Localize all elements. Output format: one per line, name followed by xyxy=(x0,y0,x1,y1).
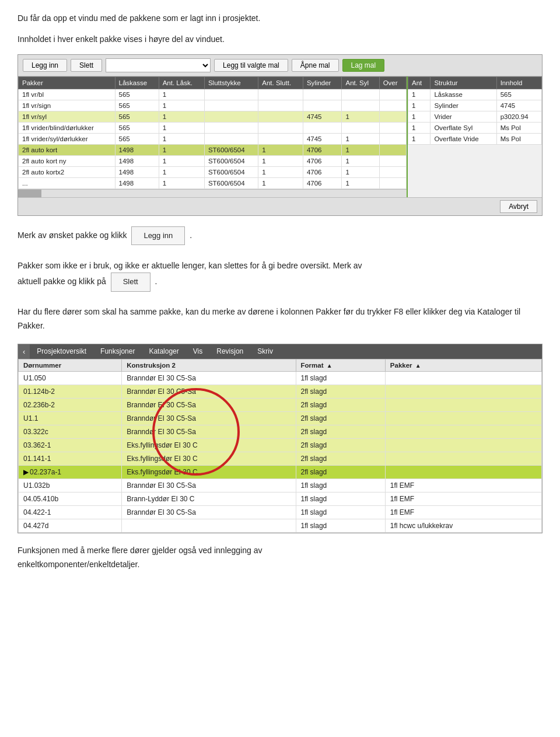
table-cell[interactable] xyxy=(385,398,541,411)
legg-til-valgte-mal-button[interactable]: Legg til valgte mal xyxy=(214,59,288,72)
table-cell[interactable]: Branndør EI 30 C5-Sa xyxy=(122,478,296,492)
table-cell[interactable]: 1fl EMF xyxy=(385,478,541,492)
table-cell[interactable] xyxy=(258,111,303,122)
table-cell[interactable]: 4745 xyxy=(303,111,342,122)
table-cell[interactable] xyxy=(204,111,258,122)
table-cell[interactable]: 2fl slagd xyxy=(296,438,385,452)
table-cell[interactable]: 1fl hcwc u/lukkekrav xyxy=(385,519,541,532)
apne-mal-button[interactable]: Åpne mal xyxy=(292,59,339,72)
mal-select[interactable] xyxy=(106,58,211,72)
table-cell[interactable]: 1fl EMF xyxy=(385,505,541,519)
table-cell[interactable]: 565 xyxy=(115,122,159,133)
table-cell[interactable] xyxy=(379,177,406,188)
table-cell[interactable]: U1.1 xyxy=(19,411,122,425)
horizontal-scrollbar[interactable] xyxy=(18,189,407,197)
table-cell[interactable]: 2fl auto kort ny xyxy=(19,155,116,166)
table-cell[interactable] xyxy=(258,133,303,144)
table-cell[interactable]: 1fl vrider/syl/dørlukker xyxy=(19,133,116,144)
table-cell[interactable]: Branndør EI 30 C5-Sa xyxy=(122,371,296,385)
table-cell[interactable] xyxy=(342,100,379,111)
table-cell[interactable]: 1498 xyxy=(115,166,159,177)
table-cell[interactable]: 1 xyxy=(342,177,379,188)
table-cell[interactable]: ST600/6504 xyxy=(204,144,258,155)
table-cell[interactable]: Branndør EI 30 C5-Sa xyxy=(122,385,296,398)
table-cell[interactable] xyxy=(379,144,406,155)
table-cell[interactable] xyxy=(303,89,342,100)
table-cell[interactable]: Eks.fyllingsdør EI 30 C xyxy=(122,465,296,478)
table-cell[interactable]: 02.236b-2 xyxy=(19,398,122,411)
table-cell[interactable]: 1 xyxy=(159,177,204,188)
table-cell[interactable]: 1 xyxy=(159,89,204,100)
table-cell[interactable]: ST600/6504 xyxy=(204,177,258,188)
table-cell[interactable]: 1fl slagd xyxy=(296,492,385,505)
table-cell[interactable] xyxy=(385,411,541,425)
table-cell[interactable]: ... xyxy=(19,177,116,188)
table-cell[interactable]: 1fl slagd xyxy=(296,478,385,492)
table-cell[interactable]: 01.141-1 xyxy=(19,452,122,465)
table-cell[interactable]: 1 xyxy=(258,177,303,188)
table-cell[interactable]: 2fl slagd xyxy=(296,425,385,438)
nav-prosjektoversikt[interactable]: Prosjektoversikt xyxy=(30,344,93,358)
table-cell[interactable]: 1 xyxy=(159,100,204,111)
table-cell[interactable]: 1 xyxy=(159,166,204,177)
table-cell[interactable]: 1fl vr/sign xyxy=(19,100,116,111)
table-cell[interactable]: 4745 xyxy=(303,133,342,144)
table-cell[interactable]: 4706 xyxy=(303,166,342,177)
table-cell[interactable]: 1 xyxy=(258,155,303,166)
table-cell[interactable]: 1 xyxy=(159,144,204,155)
table-cell[interactable] xyxy=(204,89,258,100)
table-cell[interactable] xyxy=(303,100,342,111)
table-cell[interactable]: Branndør EI 30 C5-Sa xyxy=(122,505,296,519)
inline-slett-button[interactable]: Slett xyxy=(111,273,150,291)
table-cell[interactable]: 4706 xyxy=(303,144,342,155)
table-cell[interactable]: 03.322c xyxy=(19,425,122,438)
table-cell[interactable]: 2fl slagd xyxy=(296,385,385,398)
avbryt-button[interactable]: Avbryt xyxy=(500,200,537,213)
table-cell[interactable]: 1 xyxy=(258,144,303,155)
legg-inn-button[interactable]: Legg inn xyxy=(23,59,67,72)
table-cell[interactable]: Branndør EI 30 C5-Sa xyxy=(122,411,296,425)
table-cell[interactable]: 2fl slagd xyxy=(296,398,385,411)
nav-funksjoner[interactable]: Funksjoner xyxy=(93,344,142,358)
slett-button[interactable]: Slett xyxy=(71,59,102,72)
table-cell[interactable] xyxy=(379,111,406,122)
inline-legg-inn-button[interactable]: Legg inn xyxy=(131,226,185,245)
table-cell[interactable]: 1 xyxy=(159,155,204,166)
table-cell[interactable]: Brann-Lyddør EI 30 C xyxy=(122,492,296,505)
table-cell[interactable] xyxy=(379,155,406,166)
table-cell[interactable]: ST600/6504 xyxy=(204,155,258,166)
table-cell[interactable]: ST600/6504 xyxy=(204,166,258,177)
table-cell[interactable]: 1 xyxy=(159,133,204,144)
table-cell[interactable] xyxy=(385,425,541,438)
table-cell[interactable] xyxy=(303,122,342,133)
table-cell[interactable] xyxy=(379,122,406,133)
table-cell[interactable]: U1.050 xyxy=(19,371,122,385)
table-cell[interactable]: 04.422-1 xyxy=(19,505,122,519)
table-cell[interactable]: 565 xyxy=(115,133,159,144)
table-cell[interactable] xyxy=(258,89,303,100)
nav-skriv[interactable]: Skriv xyxy=(250,344,280,358)
table-cell[interactable]: 1 xyxy=(258,166,303,177)
table-cell[interactable]: 1498 xyxy=(115,144,159,155)
table-cell[interactable]: 04.427d xyxy=(19,519,122,532)
nav-back-arrow[interactable]: ‹ xyxy=(18,344,30,359)
lag-mal-button[interactable]: Lag mal xyxy=(342,59,385,72)
table-cell[interactable]: 1fl vr/syl xyxy=(19,111,116,122)
table-cell[interactable]: 2fl auto kortx2 xyxy=(19,166,116,177)
table-cell[interactable] xyxy=(204,100,258,111)
table-cell[interactable]: 1fl slagd xyxy=(296,505,385,519)
table-cell[interactable]: 1 xyxy=(159,122,204,133)
table-cell[interactable]: 1fl EMF xyxy=(385,492,541,505)
table-cell[interactable] xyxy=(342,89,379,100)
table-cell[interactable]: 565 xyxy=(115,111,159,122)
table-cell[interactable] xyxy=(385,452,541,465)
nav-vis[interactable]: Vis xyxy=(186,344,209,358)
table-cell[interactable]: 565 xyxy=(115,89,159,100)
table-cell[interactable]: 1498 xyxy=(115,155,159,166)
table-cell[interactable]: 2fl slagd xyxy=(296,465,385,478)
nav-revisjon[interactable]: Revisjon xyxy=(209,344,250,358)
table-cell[interactable] xyxy=(379,100,406,111)
table-cell[interactable] xyxy=(385,371,541,385)
table-cell[interactable]: 2fl slagd xyxy=(296,452,385,465)
table-cell[interactable] xyxy=(258,122,303,133)
